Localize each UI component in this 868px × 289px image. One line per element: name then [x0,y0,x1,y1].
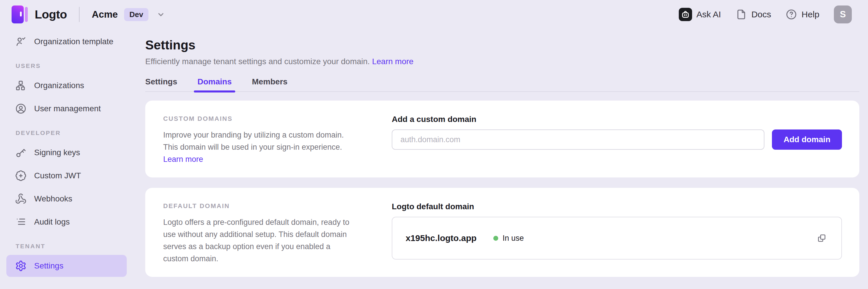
copy-icon [816,233,827,243]
logo-text: Logto [35,8,67,22]
add-custom-domain-label: Add a custom domain [392,114,842,124]
sidebar-item-organization-template[interactable]: Organization template [6,31,127,52]
custom-domains-learn-more-link[interactable]: Learn more [163,155,203,164]
default-domain-card: DEFAULT DOMAIN Logto offers a pre-config… [145,188,859,277]
header-divider [79,7,80,22]
gear-icon [15,260,27,272]
sidebar-section-users: USERS [6,59,127,73]
logto-logo-icon [11,5,28,24]
tenant-selector[interactable]: Acme Dev [92,8,166,21]
help-label: Help [802,9,819,20]
docs-label: Docs [751,9,771,20]
default-domain-section-label: DEFAULT DOMAIN [163,202,349,210]
sidebar-section-tenant: TENANT [6,239,127,254]
status-text: In use [503,234,524,243]
document-icon [736,9,747,20]
sidebar-item-label: Organization template [34,37,114,46]
logto-default-domain-label: Logto default domain [392,202,842,212]
default-domain-panel: Logto default domain x195hc.logto.app In… [392,202,842,265]
logo[interactable]: Logto [11,5,67,24]
custom-domain-input[interactable] [392,130,765,150]
sidebar-item-custom-jwt[interactable]: Custom JWT [6,165,127,187]
sidebar-item-audit-logs[interactable]: Audit logs [6,211,127,233]
sidebar-item-label: Signing keys [34,148,80,157]
ask-ai-label: Ask AI [696,9,721,20]
tab-domains[interactable]: Domains [197,77,231,91]
org-tree-icon [15,80,27,91]
tenant-env-badge: Dev [124,8,148,21]
custom-domains-description: Improve your branding by utilizing a cus… [163,129,349,165]
logo-door-handle [20,11,22,16]
app-root: Logto Acme Dev Ask AI Docs [0,0,868,289]
custom-domains-description-text: Improve your branding by utilizing a cus… [163,131,344,151]
main-content: Settings Efficiently manage tenant setti… [133,29,868,289]
sidebar-item-user-management[interactable]: User management [6,98,127,120]
sidebar-section-developer: DEVELOPER [6,125,127,140]
sidebar-item-webhooks[interactable]: Webhooks [6,188,127,210]
custom-domains-section-label: CUSTOM DOMAINS [163,114,349,123]
sidebar-item-label: Webhooks [34,194,72,204]
copy-domain-button[interactable] [814,230,830,246]
key-icon [15,147,27,158]
ask-ai-robot-icon [679,8,692,21]
tab-bar: Settings Domains Members [145,77,859,92]
sidebar: Organization template USERS Organization… [0,29,133,289]
help-button[interactable]: Help [785,9,819,20]
top-bar: Logto Acme Dev Ask AI Docs [0,0,868,29]
sidebar-item-label: Organizations [34,81,84,90]
sidebar-item-label: Settings [34,261,63,270]
logo-bar-shape [25,7,28,22]
tenant-name: Acme [92,9,118,20]
docs-button[interactable]: Docs [736,9,771,20]
sidebar-item-signing-keys[interactable]: Signing keys [6,142,127,164]
user-check-icon [15,36,27,47]
list-icon [15,216,27,228]
add-domain-button[interactable]: Add domain [772,130,842,150]
avatar[interactable]: S [834,5,852,24]
badge-plus-icon [15,170,27,181]
domain-status: In use [493,234,524,243]
page-subtitle: Efficiently manage tenant settings and c… [145,57,859,67]
subtitle-text: Efficiently manage tenant settings and c… [145,57,370,66]
webhook-icon [15,193,27,205]
custom-domains-form: Add a custom domain Add domain [392,114,842,165]
chevron-down-icon [156,9,166,20]
avatar-initial: S [840,9,846,20]
subtitle-learn-more-link[interactable]: Learn more [372,57,413,66]
sidebar-item-settings[interactable]: Settings [6,255,127,277]
logo-door-shape [11,5,24,24]
sidebar-item-label: User management [34,104,101,113]
add-custom-domain-row: Add domain [392,130,842,150]
default-domain-value: x195hc.logto.app [406,233,476,243]
default-domain-info: DEFAULT DOMAIN Logto offers a pre-config… [163,202,349,265]
sidebar-item-label: Custom JWT [34,171,81,180]
user-circle-icon [15,103,27,114]
tab-settings[interactable]: Settings [145,77,177,91]
custom-domains-card: CUSTOM DOMAINS Improve your branding by … [145,101,859,177]
sidebar-item-organizations[interactable]: Organizations [6,75,127,97]
sidebar-item-label: Audit logs [34,217,70,226]
default-domain-row: x195hc.logto.app In use [392,217,842,259]
page-title: Settings [145,38,859,52]
default-domain-description: Logto offers a pre-configured default do… [163,216,349,265]
status-dot-icon [493,236,498,241]
shell: Organization template USERS Organization… [0,29,868,289]
ask-ai-button[interactable]: Ask AI [679,8,721,21]
custom-domains-info: CUSTOM DOMAINS Improve your branding by … [163,114,349,165]
help-icon [785,9,797,20]
tab-members[interactable]: Members [252,77,288,91]
